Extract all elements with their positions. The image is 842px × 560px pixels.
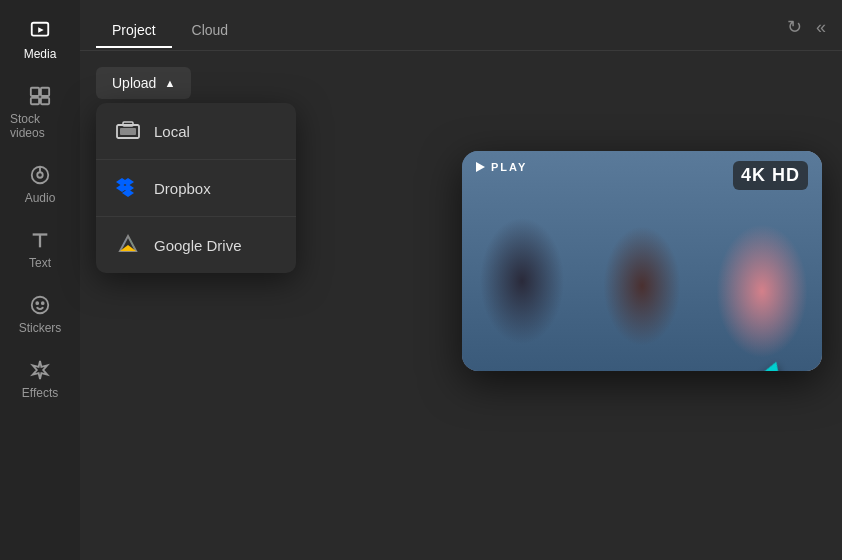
dropbox-label: Dropbox [154,180,211,197]
text-icon [29,229,51,251]
play-triangle-icon [476,162,485,172]
refresh-button[interactable]: ↻ [783,12,806,42]
tabs-right: ↻ « [783,12,826,50]
audio-icon [29,164,51,186]
sidebar-label-effects: Effects [22,386,58,400]
sidebar-item-stickers[interactable]: Stickers [5,284,75,345]
tab-cloud[interactable]: Cloud [176,14,245,48]
google-drive-icon [116,233,140,257]
svg-rect-4 [31,98,39,104]
svg-point-13 [42,302,44,304]
svg-point-11 [32,297,49,314]
upload-label: Upload [112,75,156,91]
upload-dropdown: Local Dropbox [96,103,296,273]
play-button-area[interactable]: PLAY [476,161,527,173]
svg-rect-3 [41,88,49,96]
upload-chevron-icon: ▲ [164,77,175,89]
sidebar: Media Stock videos Audio T [0,0,80,560]
svg-point-12 [36,302,38,304]
tab-project[interactable]: Project [96,14,172,48]
cursor-area [757,361,787,371]
sidebar-label-media: Media [24,47,57,61]
dropdown-item-local[interactable]: Local [96,103,296,160]
sidebar-label-text: Text [29,256,51,270]
svg-marker-1 [38,27,44,32]
svg-rect-15 [120,128,136,135]
stock-videos-icon [29,85,51,107]
stickers-icon [29,294,51,316]
sidebar-label-stickers: Stickers [19,321,62,335]
upload-button[interactable]: Upload ▲ [96,67,191,99]
main-panel: Project Cloud ↻ « Upload ▲ [80,0,842,560]
local-icon [116,119,140,143]
sidebar-label-audio: Audio [25,191,56,205]
svg-rect-2 [31,88,39,96]
sidebar-item-audio[interactable]: Audio [5,154,75,215]
app-container: Media Stock videos Audio T [0,0,842,560]
sidebar-item-stock-videos[interactable]: Stock videos [5,75,75,150]
local-label: Local [154,123,190,140]
google-drive-label: Google Drive [154,237,242,254]
svg-rect-5 [41,98,49,104]
sidebar-item-media[interactable]: Media [5,10,75,71]
media-icon [29,20,51,42]
video-preview-card[interactable]: PLAY 4K HD [462,151,822,371]
video-overlay: PLAY 4K HD [462,151,822,371]
dropdown-item-google-drive[interactable]: Google Drive [96,217,296,273]
svg-rect-16 [123,122,133,126]
sidebar-label-stock-videos: Stock videos [10,112,70,140]
video-inner: PLAY 4K HD [462,151,822,371]
content-area: Upload ▲ Local [80,51,842,560]
sidebar-item-text[interactable]: Text [5,219,75,280]
collapse-panel-button[interactable]: « [816,17,826,38]
dropdown-item-dropbox[interactable]: Dropbox [96,160,296,217]
dropbox-icon [116,176,140,200]
effects-icon [29,359,51,381]
tabs-bar: Project Cloud ↻ « [80,0,842,51]
play-label: PLAY [491,161,527,173]
sidebar-item-effects[interactable]: Effects [5,349,75,410]
4k-hd-badge: 4K HD [733,161,808,190]
svg-point-7 [37,172,43,178]
tabs-left: Project Cloud [96,14,244,48]
